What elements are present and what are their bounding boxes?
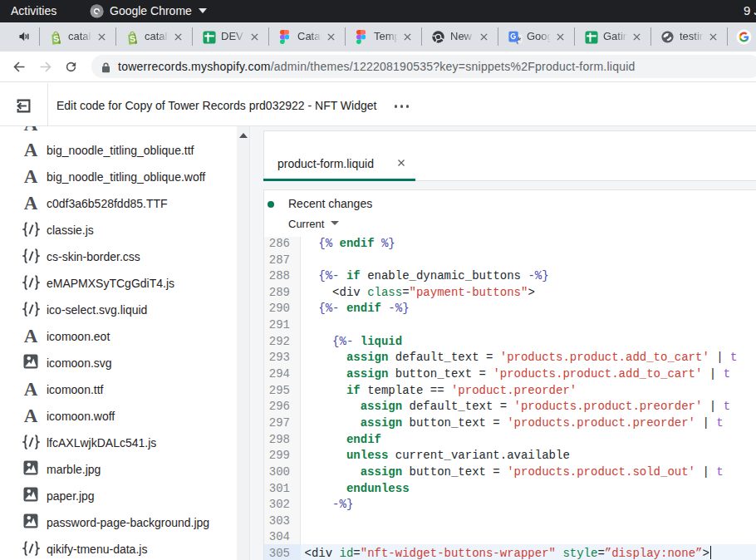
- svg-text:S: S: [130, 33, 136, 44]
- svg-text:S: S: [53, 33, 60, 44]
